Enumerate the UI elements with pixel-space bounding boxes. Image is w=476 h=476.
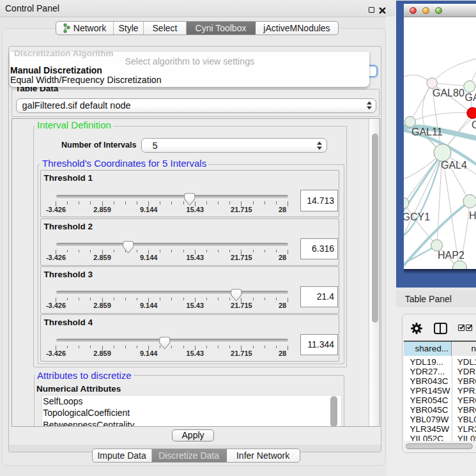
svg-text:GCY1: GCY1 [404, 211, 430, 222]
svg-text:H: H [469, 210, 476, 221]
svg-text:C: C [472, 119, 476, 130]
svg-text:HAP2: HAP2 [438, 250, 464, 261]
svg-text:GA: GA [464, 92, 476, 103]
svg-text:GAL4: GAL4 [441, 160, 467, 171]
svg-text:GAL11: GAL11 [411, 127, 443, 137]
svg-text:GAL80: GAL80 [433, 88, 464, 98]
